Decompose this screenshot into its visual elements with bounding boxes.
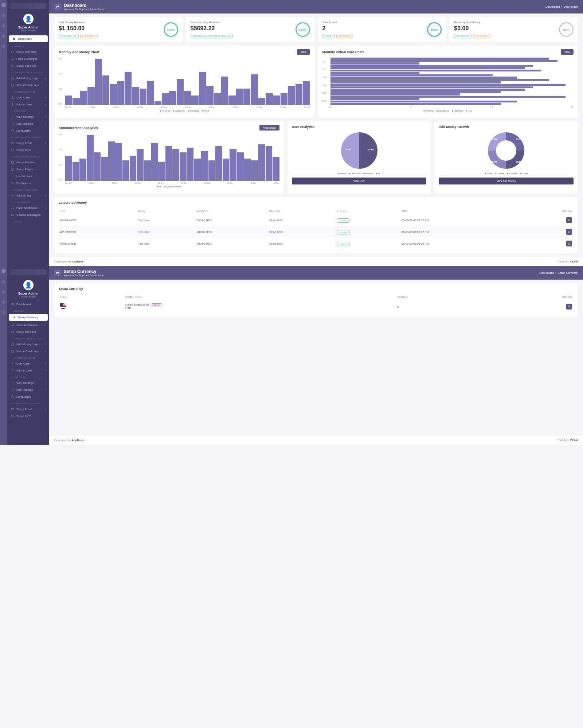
sidebar-item-admin-care[interactable]: Admin Care›: [7, 367, 49, 374]
view-button[interactable]: View: [297, 49, 310, 55]
chevron-right-icon: ›: [45, 96, 46, 99]
chevron-right-icon: ›: [45, 207, 46, 209]
user-link[interactable]: Test User: [138, 242, 150, 245]
user-link[interactable]: Test User: [138, 219, 150, 222]
sidebar-item-user-care[interactable]: User Care›: [7, 360, 49, 367]
method-link[interactable]: Stripe USD: [269, 219, 283, 222]
logo-icon[interactable]: [1, 269, 6, 273]
svg-rect-25: [12, 415, 13, 417]
sidebar-item-card-api[interactable]: Setup Card Api: [7, 328, 49, 335]
table-row: United States dollarDEFAULTUSD $ ✎: [59, 300, 574, 313]
avatar[interactable]: 👤: [23, 280, 34, 290]
sidebar-item-add-money-logs[interactable]: Add Money Logs›: [7, 75, 49, 82]
sidebar-item-languages[interactable]: Languages: [7, 127, 49, 134]
chevron-right-icon: ›: [45, 161, 46, 164]
sidebar-item-fees[interactable]: Fees & Charges: [7, 55, 49, 62]
view-action-button[interactable]: ⊙: [566, 217, 572, 223]
donut-chart: 25.0% 25.0% 25.0% 25.0%: [488, 132, 524, 169]
svg-rect-7: [12, 122, 13, 125]
sidebar-item-card-api[interactable]: Setup Card Api: [7, 62, 49, 69]
sidebar-item-fees[interactable]: Fees & Charges: [7, 322, 49, 328]
default-badge: DEFAULT: [150, 303, 162, 307]
chevron-right-icon: ›: [45, 194, 46, 197]
sidebar-item-setup-email[interactable]: Setup Email›: [7, 406, 49, 413]
svg-rect-11: [12, 161, 14, 164]
icon-rail: [0, 0, 7, 266]
rail-icon[interactable]: [2, 24, 5, 28]
chevron-right-icon: ›: [45, 116, 46, 118]
sidebar-item-web-settings[interactable]: Web Settings›: [7, 113, 49, 120]
sidebar-item-app-settings[interactable]: App Settings›: [7, 120, 49, 127]
rail-icon[interactable]: [2, 311, 5, 314]
view-action-button[interactable]: ⊙: [566, 229, 572, 235]
sidebar-item-web-settings[interactable]: Web Settings›: [7, 379, 49, 386]
view-blogs-button[interactable]: View Blogs: [259, 125, 279, 131]
rail-icon[interactable]: [2, 34, 5, 38]
svg-point-5: [12, 104, 13, 105]
view-user-button[interactable]: View User: [292, 178, 427, 184]
rail-icon[interactable]: [2, 300, 5, 304]
breadcrumb: Dashboard›Setup Currency: [540, 271, 578, 275]
sidebar-item-contact-messages[interactable]: Contact Messages: [7, 211, 49, 218]
sidebar-item-setup-pages[interactable]: Setup Pages: [7, 166, 49, 173]
svg-rect-22: [12, 389, 13, 391]
breadcrumb: Dashboard›Dashboard: [545, 5, 578, 8]
section-verif: VERIFICATION CENTER: [7, 134, 49, 140]
sidebar-item-languages[interactable]: Languages: [7, 393, 49, 400]
stat-card: Pending Add Money$0.00 THIS MONTH 0LAST …: [450, 17, 578, 42]
status-badge: success: [337, 242, 350, 246]
sidebar-item-dashboard[interactable]: Dashboard: [9, 35, 48, 42]
rail-icon[interactable]: [2, 280, 5, 284]
sidebar-item-setup-currency[interactable]: Setup Currency: [9, 314, 48, 321]
page-title: Dashboard: [64, 3, 104, 8]
sidebar-item-push-notif[interactable]: Push Notification›: [7, 205, 49, 211]
rail-search-icon[interactable]: [2, 14, 5, 17]
footer: Developed by AppDevs. StripCard V1.0.0: [49, 436, 583, 445]
rail-icon[interactable]: [2, 290, 5, 294]
user-link[interactable]: Test User: [138, 230, 150, 234]
method-link[interactable]: Stripe USD: [269, 242, 283, 245]
sidebar-item-app-settings[interactable]: App Settings›: [7, 386, 49, 393]
sidebar-item-virtual-card-logs[interactable]: Virtual Card Logs›: [7, 82, 49, 89]
sidebar-item-admin-care[interactable]: Admin Care›: [7, 101, 49, 108]
sidebar-item-setup-email[interactable]: Setup Email›: [7, 140, 49, 147]
chart-add-money-growth: Add Money Growth 25.0% 25.0% 25.0% 25.0%…: [434, 121, 578, 194]
svg-point-21: [12, 382, 13, 383]
progress-ring: 100%: [296, 22, 310, 37]
view-add-money-button[interactable]: View Add Money: [439, 178, 574, 184]
page-title: Setup Currency: [64, 269, 104, 274]
sidebar-item-extensions[interactable]: Extensions: [7, 180, 49, 187]
view-button[interactable]: View: [561, 49, 574, 55]
user-name: Super Admin: [7, 292, 49, 295]
sidebar-item-setup-kyc[interactable]: Setup KYC: [7, 413, 49, 420]
sidebar-item-virtual-card-logs[interactable]: Virtual Card Logs›: [7, 348, 49, 355]
edit-button[interactable]: ✎: [566, 304, 572, 310]
sidebar-item-setup-kyc[interactable]: Setup KYC: [7, 147, 49, 153]
sidebar-item-dashboard[interactable]: Dashboard: [7, 301, 49, 308]
latest-add-money-table: Latest Add Money TRX USER AMOUNT METHOD …: [54, 197, 578, 253]
rail-icon[interactable]: [2, 44, 5, 48]
sidebar-item-useful-links[interactable]: Useful Links: [7, 173, 49, 180]
sidebar-label: Dashboard: [18, 37, 32, 40]
page-subtitle: Welcome To StripCard Admin Panel: [64, 8, 104, 11]
sidebar-item-add-money-logs[interactable]: Add Money Logs›: [7, 341, 49, 348]
section-iface: INTERFACE PANEL: [7, 89, 49, 94]
logo-icon[interactable]: [1, 3, 6, 7]
table-row: AM86453186Test User 500.00 USDStripe USD…: [59, 238, 574, 249]
sidebar: 👤 Super Admin Super Admin Dashboard DEFA…: [7, 0, 49, 266]
sidebar-item-setup-currency[interactable]: Setup Currency: [7, 48, 49, 55]
view-action-button[interactable]: ⊙: [566, 241, 572, 246]
sidebar-item-setup-section[interactable]: Setup Section›: [7, 159, 49, 166]
avatar[interactable]: 👤: [23, 14, 34, 24]
brand-logo: [10, 3, 46, 9]
sidebar-item-user-care[interactable]: User Care›: [7, 94, 49, 101]
svg-point-23: [11, 396, 14, 398]
setup-currency-table: Setup Currency FLAG NAME | CODE SYMBOL A…: [54, 283, 578, 316]
svg-point-20: [12, 370, 13, 371]
swap-icon: ⇄: [54, 270, 61, 276]
user-role: Super Admin: [7, 295, 49, 298]
method-link[interactable]: Stripe USD: [269, 230, 283, 234]
sidebar: 👤 Super Admin Super Admin Dashboard DEFA…: [7, 266, 49, 445]
section-payment: PAYMENT METHODS: [7, 187, 49, 192]
sidebar-item-add-money[interactable]: Add Money›: [7, 192, 49, 199]
